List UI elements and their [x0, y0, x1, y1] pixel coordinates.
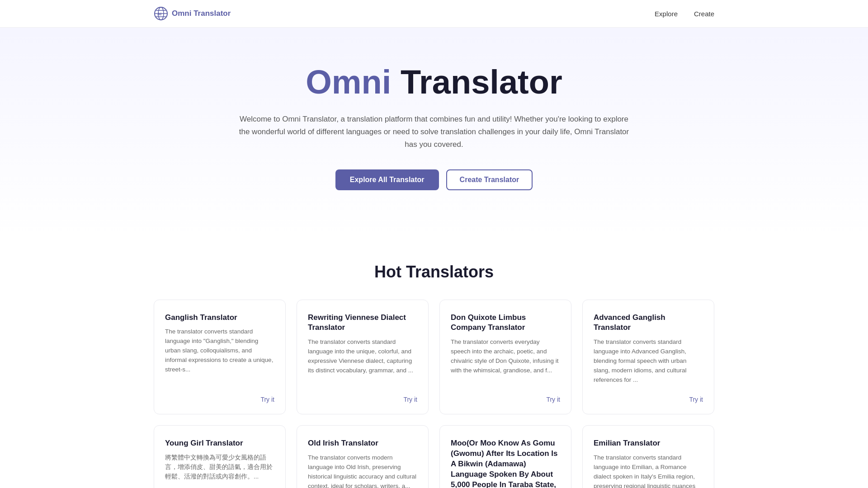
translator-card-title: Don Quixote Limbus Company Translator — [451, 313, 560, 333]
translator-card-desc: 將繁體中文轉換為可愛少女風格的語言，增添俏皮、甜美的語氣，適合用於輕鬆、活潑的對… — [165, 453, 274, 482]
try-it-button[interactable]: Try it — [260, 394, 274, 405]
nav-links: Explore Create — [655, 10, 714, 18]
nav-logo-label: Omni Translator — [172, 9, 231, 18]
create-translator-button[interactable]: Create Translator — [446, 169, 533, 190]
hot-translators-section: Hot Translators Ganglish Translator The … — [0, 235, 868, 488]
hero-title-translator: Translator — [401, 63, 562, 101]
translator-card-footer: Try it — [308, 394, 417, 405]
translator-card-title: Emilian Translator — [594, 438, 703, 449]
translator-card-desc: The translator converts standard languag… — [594, 453, 703, 488]
translator-card-footer: Try it — [165, 394, 274, 405]
translator-card[interactable]: Advanced Ganglish Translator The transla… — [582, 300, 714, 414]
translator-card-title: Moo(Or Moo Know As Gomu (Gwomu) After It… — [451, 438, 560, 488]
nav-logo[interactable]: AI Omni Translator — [154, 6, 231, 21]
try-it-button[interactable]: Try it — [546, 394, 560, 405]
translator-card-desc: The translator converts modern language … — [308, 453, 417, 488]
hero-title: Omni Translator — [9, 64, 859, 100]
translator-card-title: Rewriting Viennese Dialect Translator — [308, 313, 417, 333]
translator-card[interactable]: Don Quixote Limbus Company Translator Th… — [439, 300, 571, 414]
translator-card[interactable]: Ganglish Translator The translator conve… — [154, 300, 286, 414]
translator-card-title: Ganglish Translator — [165, 313, 274, 323]
hero-buttons: Explore All Translator Create Translator — [9, 169, 859, 190]
translator-card-title: Advanced Ganglish Translator — [594, 313, 703, 333]
translator-card[interactable]: Rewriting Viennese Dialect Translator Th… — [297, 300, 429, 414]
hot-translators-title: Hot Translators — [154, 263, 714, 282]
translator-card-desc: The translator converts standard languag… — [165, 327, 274, 375]
translator-card-title: Old Irish Translator — [308, 438, 417, 449]
translator-card-footer: Try it — [594, 394, 703, 405]
explore-all-button[interactable]: Explore All Translator — [335, 169, 439, 190]
nav-explore-link[interactable]: Explore — [655, 10, 678, 18]
translator-card-desc: The translator converts standard languag… — [308, 338, 417, 375]
try-it-button[interactable]: Try it — [403, 394, 417, 405]
translator-card-desc: The translator converts standard languag… — [594, 338, 703, 385]
translator-card[interactable]: Young Girl Translator 將繁體中文轉換為可愛少女風格的語言，… — [154, 425, 286, 488]
hero-subtitle: Welcome to Omni Translator, a translatio… — [235, 113, 633, 151]
translator-card[interactable]: Emilian Translator The translator conver… — [582, 425, 714, 488]
translators-grid: Ganglish Translator The translator conve… — [154, 300, 714, 488]
svg-text:AI: AI — [157, 12, 161, 16]
navbar: AI Omni Translator Explore Create — [0, 0, 868, 28]
translator-card[interactable]: Old Irish Translator The translator conv… — [297, 425, 429, 488]
try-it-button[interactable]: Try it — [689, 394, 703, 405]
hero-title-omni: Omni — [306, 63, 391, 101]
translator-card-desc: The translator converts everyday speech … — [451, 338, 560, 375]
globe-icon: AI — [154, 6, 168, 21]
nav-create-link[interactable]: Create — [694, 10, 714, 18]
translator-card-title: Young Girl Translator — [165, 438, 274, 449]
translator-card[interactable]: Moo(Or Moo Know As Gomu (Gwomu) After It… — [439, 425, 571, 488]
translator-card-footer: Try it — [451, 394, 560, 405]
hero-section: Omni Translator Welcome to Omni Translat… — [0, 28, 868, 235]
